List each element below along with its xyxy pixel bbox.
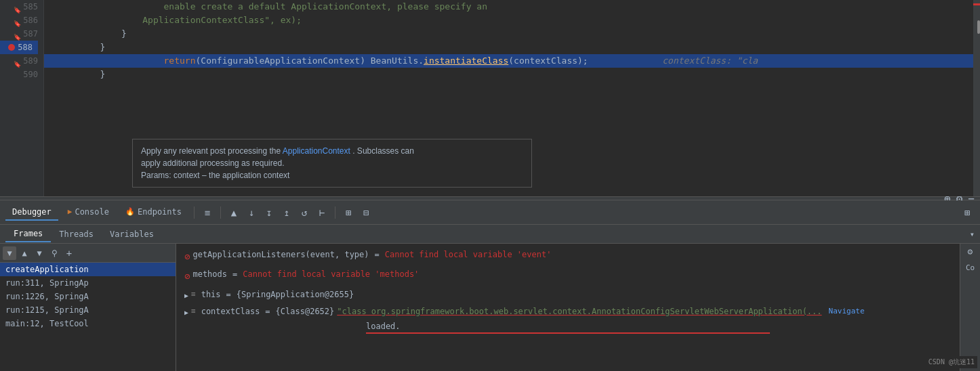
frames-dropdown-btn[interactable]: ▼	[3, 246, 16, 260]
var-error-1: Cannot find local variable 'event'	[385, 248, 552, 261]
step-over-btn[interactable]: ↓	[244, 205, 259, 220]
var-name-2: methods	[192, 268, 227, 281]
line-586: 🔖 586	[4, 14, 38, 27]
javadoc-text2: . Subclasses can	[352, 146, 414, 156]
endpoints-icon: 🔥	[125, 207, 135, 216]
debug-content-area: ▼ ▲ ▼ ⚲ + createApplication run:311, Spr…	[0, 244, 980, 371]
tab-debugger-label: Debugger	[12, 207, 52, 217]
toolbar-separator-1	[194, 206, 195, 219]
resume-btn[interactable]: ▲	[226, 205, 241, 220]
code-editor-area: 🔖 585 🔖 586 🔖 587 588 🔖 589 590	[0, 0, 980, 196]
sub-tabs-bar: Frames Threads Variables ▾	[0, 225, 980, 244]
step-out-btn[interactable]: ↥	[279, 205, 294, 220]
scrollbar-marker	[973, 3, 980, 5]
tab-console-label: Console	[75, 207, 109, 217]
frame-item-main-12[interactable]: main:12, TestCool	[0, 317, 176, 330]
main-container: 🔖 585 🔖 586 🔖 587 588 🔖 589 590	[0, 0, 980, 371]
frame-item-run-1226[interactable]: run:1226, SpringA	[0, 290, 176, 303]
code-line-589: }	[44, 68, 973, 81]
javadoc-text3: apply additional processing as required.	[141, 157, 523, 169]
tab-debugger[interactable]: Debugger	[5, 204, 58, 221]
sub-tab-variables[interactable]: Variables	[102, 227, 162, 242]
list-icon-contextClass: ≡	[191, 305, 196, 318]
error-icon-2: ⊘	[184, 269, 190, 284]
javadoc-link[interactable]: ApplicationContext	[283, 146, 350, 156]
extra-loaded-text: loaded.	[176, 320, 960, 331]
line-587: 🔖 587	[4, 27, 38, 41]
bookmark-icon-587: 🔖	[14, 30, 20, 37]
debugger-panel: Debugger ▶ Console 🔥 Endpoints ≡ ▲ ↓ ↧ ↥…	[0, 200, 980, 371]
right-sidebar-settings-btn[interactable]: ⚙	[968, 246, 973, 257]
scrollbar-thumb	[977, 20, 980, 34]
var-error-2: Cannot find local variable 'methods'	[243, 268, 419, 281]
csdn-badge: CSDN @坑迷11	[926, 356, 977, 368]
code-line-appctx: ApplicationContextClass", ex);	[44, 14, 973, 27]
breakpoint-icon-588	[8, 44, 15, 51]
tab-endpoints[interactable]: 🔥 Endpoints	[119, 204, 188, 221]
var-item-contextClass: ▶ ≡ contextClass = {Class@2652} "class o…	[176, 303, 960, 320]
code-line-586: }	[44, 27, 973, 41]
var-name-contextClass: contextClass	[201, 305, 260, 318]
tab-console[interactable]: ▶ Console	[61, 204, 116, 221]
red-underline-indicator	[366, 332, 770, 334]
line-589: 🔖 589	[4, 54, 38, 68]
code-line-590	[44, 81, 973, 95]
var-name-1: getApplicationListeners(event, type)	[192, 248, 369, 261]
line-590: 590	[4, 68, 38, 81]
view-breakpoints-btn[interactable]: ⊞	[341, 205, 356, 220]
right-sidebar-con-label: Co	[966, 263, 975, 272]
var-string-contextClass: "class org.springframework.boot.web.serv…	[337, 305, 821, 318]
line-number-gutter: 🔖 585 🔖 586 🔖 587 588 🔖 589 590	[0, 0, 44, 196]
frames-toolbar: ▼ ▲ ▼ ⚲ +	[0, 244, 176, 263]
expand-icon-this[interactable]: ▶	[184, 290, 188, 301]
frames-list: createApplication run:311, SpringAp run:…	[0, 263, 176, 371]
javadoc-params: Params: context – the application contex…	[141, 169, 523, 181]
debug-toolbar: Debugger ▶ Console 🔥 Endpoints ≡ ▲ ↓ ↧ ↥…	[0, 200, 980, 225]
frames-down-btn[interactable]: ▼	[33, 246, 46, 260]
frame-item-create-application[interactable]: createApplication	[0, 263, 176, 276]
javadoc-popup: Apply any relevant post processing the A…	[132, 139, 532, 188]
frames-add-btn[interactable]: +	[62, 246, 76, 260]
error-icon-1: ⊘	[184, 249, 190, 264]
bookmark-icon-586: 🔖	[14, 17, 20, 24]
list-view-btn[interactable]: ≡	[200, 205, 215, 220]
dropdown-arrow-icon: ▼	[7, 248, 12, 258]
right-sidebar: ⚙ Co	[960, 244, 980, 371]
tab-endpoints-label: Endpoints	[138, 207, 182, 217]
code-line-585: enable create a default ApplicationConte…	[44, 0, 973, 14]
toolbar-separator-2	[220, 206, 221, 219]
code-line-587: }	[44, 41, 973, 54]
frames-panel: ▼ ▲ ▼ ⚲ + createApplication run:311, Spr…	[0, 244, 176, 371]
rerun-btn[interactable]: ↺	[297, 205, 312, 220]
sub-tabs-dropdown[interactable]: ▾	[970, 230, 975, 239]
step-into-btn[interactable]: ↧	[262, 205, 277, 220]
toolbar-separator-3	[335, 206, 335, 219]
var-item-getApplicationListeners: ⊘ getApplicationListeners(event, type) =…	[176, 246, 960, 266]
console-icon: ▶	[68, 207, 73, 216]
var-name-this: this	[201, 288, 221, 301]
stop-btn[interactable]: ⊢	[314, 205, 329, 220]
variables-list: ⊘ getApplicationListeners(event, type) =…	[176, 244, 960, 371]
bookmark-icon-585: 🔖	[14, 3, 20, 10]
navigate-link-contextClass[interactable]: Navigate	[829, 305, 865, 318]
line-588-active: 588	[0, 41, 38, 54]
list-icon-this: ≡	[191, 288, 196, 301]
frames-filter-btn[interactable]: ⚲	[47, 246, 61, 260]
sub-tab-frames[interactable]: Frames	[5, 226, 51, 242]
javadoc-text1: Apply any relevant post processing the	[141, 146, 283, 156]
expand-icon-contextClass[interactable]: ▶	[184, 307, 188, 318]
frame-item-run-311[interactable]: run:311, SpringAp	[0, 276, 176, 290]
mute-breakpoints-btn[interactable]: ⊟	[359, 205, 373, 220]
frame-item-run-1215[interactable]: run:1215, SpringA	[0, 303, 176, 317]
var-value-this: {SpringApplication@2655}	[237, 288, 354, 301]
sub-tab-threads[interactable]: Threads	[51, 227, 102, 242]
line-585: 🔖 585	[4, 0, 38, 14]
code-line-588: return (ConfigurableApplicationContext) …	[44, 54, 973, 68]
var-item-this: ▶ ≡ this = {SpringApplication@2655}	[176, 286, 960, 303]
variables-panel: ⊘ getApplicationListeners(event, type) =…	[176, 244, 960, 371]
code-content: enable create a default ApplicationConte…	[44, 0, 973, 196]
editor-scrollbar[interactable]	[973, 0, 980, 196]
frames-up-btn[interactable]: ▲	[18, 246, 31, 260]
layout-btn[interactable]: ⊞	[960, 205, 975, 220]
var-value-contextClass: {Class@2652}	[276, 305, 335, 318]
